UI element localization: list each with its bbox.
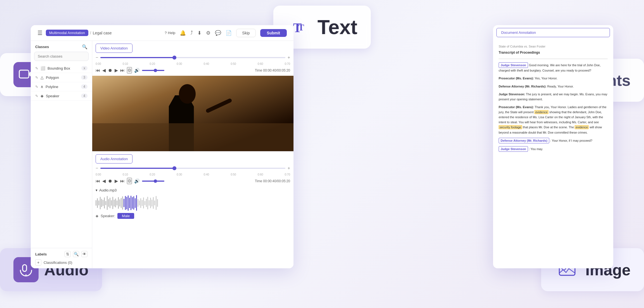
add-classification-button[interactable]: + [35,259,41,266]
edit-icon-polygon[interactable]: ✎ [35,75,38,80]
audio-expand-icon[interactable]: ▾ [96,188,98,192]
classification-label: Classifications (0) [44,260,72,265]
audio-annotation-section: Audio Annotation − + 0:00 0:10 0:20 0:30… [92,151,293,268]
go-to-start-button[interactable]: ⏮ [96,68,100,73]
video-timeline-ruler: 0:00 0:10 0:20 0:30 0:40 0:50 0:60 0:70 [92,62,293,66]
audio-timeline-thumb[interactable] [172,166,176,170]
audio-volume-button[interactable]: 🔊 [134,178,140,184]
zoom-out-button[interactable]: − [96,55,98,60]
speaker-label-text: Speaker: [101,214,115,218]
left-sidebar: Classes 🔍 ✎ ⬜ Bounding Box x [31,41,92,268]
toggle-labels-button[interactable]: 👁 [81,251,87,257]
doc-divider [499,59,608,59]
search-input[interactable] [34,52,89,61]
video-annotation-tab[interactable]: Video Annotation [96,44,132,53]
step-back-button[interactable]: ◀ [102,68,106,73]
class-badge-polygon: 3 [81,75,87,80]
class-badge-polyline: 4 [81,84,87,89]
doc-para-3: Defense Attorney (Mr. Richards): Ready, … [499,84,608,89]
go-to-end-button[interactable]: ⏭ [120,68,125,73]
audio-step-back-button[interactable]: ◀ [102,178,106,184]
video-settings-button[interactable]: ⚙ [127,67,132,74]
video-annotation-section: Video Annotation − + 0:00 0:10 0:20 0:30… [92,41,293,151]
class-item-polyline: ✎ ∧ Polyline 4 [31,82,92,91]
labels-section: Labels ⇅ 🔍 👁 + Classifications (0) [31,248,92,268]
share-icon[interactable]: ⤴ [190,30,193,36]
speaker-value-badge[interactable]: Male [117,213,134,219]
presenter-arm [205,98,233,113]
submit-button[interactable]: Submit [260,29,287,37]
audio-timeline-fill [100,168,174,169]
audio-settings-button[interactable]: ⚙ [127,178,132,184]
audio-timeline-ruler: 0:00 0:10 0:20 0:30 0:40 0:50 0:60 0:70 [92,172,293,177]
polygon-icon: △ [41,75,44,80]
prosecutor-label-1: Prosecutor (Ms. Evans): [499,77,534,80]
comment-icon[interactable]: 💬 [215,30,221,36]
judge-stevenson-tag-1: Judge Stevenson [499,62,528,68]
help-icon: ? [165,31,167,35]
para-6-text: : Your Honor, if I may proceed? [550,139,592,142]
audio-go-end-button[interactable]: ⏭ [120,179,125,184]
defense-label-1: Defense Attorney (Mr. Richards): [499,85,546,88]
class-item-polygon: ✎ △ Polygon 3 [31,73,92,82]
settings-icon[interactable]: ⚙ [206,30,210,36]
audio-timeline-controls: − + [92,166,293,172]
video-timeline-thumb[interactable] [172,56,176,60]
volume-button[interactable]: 🔊 [134,68,140,73]
volume-thumb [154,69,157,72]
class-badge-speaker: 4 [81,94,87,98]
document-annotation-tab[interactable]: Document Annotation [496,28,610,37]
doc-para-1: Judge Stevenson Good morning. We are her… [499,62,608,73]
edit-icon-speaker[interactable]: ✎ [35,94,38,98]
svg-rect-1 [23,265,27,271]
audio-waveform[interactable]: .wb { border-radius: 2px; } [92,194,293,212]
audio-volume-slider[interactable] [142,181,164,182]
audio-timeline-track[interactable] [100,168,285,169]
speaker-icon: ◈ [96,214,98,218]
document-icon[interactable]: 📄 [226,30,232,36]
edit-icon-polyline[interactable]: ✎ [35,85,38,89]
hamburger-menu[interactable]: ☰ [37,30,42,36]
panel-body: Classes 🔍 ✎ ⬜ Bounding Box x [31,41,293,268]
audio-play-slow-button[interactable]: ⏺ [108,179,112,184]
para-7-text: : You may. [529,147,543,151]
sort-labels-button[interactable]: ⇅ [65,251,71,257]
security-footage-highlight[interactable]: security footage [499,125,522,129]
download-icon[interactable]: ⬇ [197,30,202,36]
top-bar-left: ☰ Multimodal Annotation / Legal case [37,30,112,36]
para-5-text-3: that places Mr. Doe at the scene. The [523,125,575,129]
audio-annotation-tab[interactable]: Audio Annotation [96,154,132,164]
svg-text:T: T [298,22,304,32]
breadcrumb-separator: / [90,31,91,35]
audio-filename: Audio.mp3 [99,188,117,192]
para-2-text: Yes, Your Honor. [535,77,558,80]
audio-zoom-in-button[interactable]: + [288,166,290,171]
zoom-in-button[interactable]: + [288,55,290,60]
skip-button[interactable]: Skip [236,29,255,37]
breadcrumb-link[interactable]: Multimodal Annotation [46,30,88,36]
audio-zoom-out-button[interactable]: − [96,166,98,171]
edit-icon-bbox[interactable]: ✎ [35,66,38,70]
audio-go-start-button[interactable]: ⏮ [96,179,100,184]
labels-header: Labels ⇅ 🔍 👁 [35,251,87,257]
class-name-polyline: Polyline [46,85,58,89]
video-timeline-track[interactable] [100,57,285,58]
doc-para-5: Prosecutor (Ms. Evans): Thank you, Your … [499,105,608,135]
class-name-polygon: Polygon [46,75,59,80]
help-button[interactable]: ? Help [165,31,175,35]
video-timeline-fill [100,57,174,58]
presenter-head [179,84,196,104]
evidence-highlight-1[interactable]: evidence [534,110,548,114]
video-volume-slider[interactable] [142,70,164,71]
notification-icon[interactable]: 🔔 [180,30,186,36]
play-button[interactable]: ▶ [115,68,118,73]
audience-area [92,123,293,151]
audio-play-button[interactable]: ▶ [115,178,118,184]
judge-label-2: Judge Stevenson: [499,93,525,96]
play-slow-button[interactable]: ⏺ [108,68,112,73]
video-content [92,76,293,151]
classes-search-icon[interactable]: 🔍 [82,44,87,49]
search-labels-button[interactable]: 🔍 [73,251,79,257]
doc-main-title: Transcript of Proceedings [499,50,608,55]
evidence-highlight-2[interactable]: evidence [575,125,589,129]
